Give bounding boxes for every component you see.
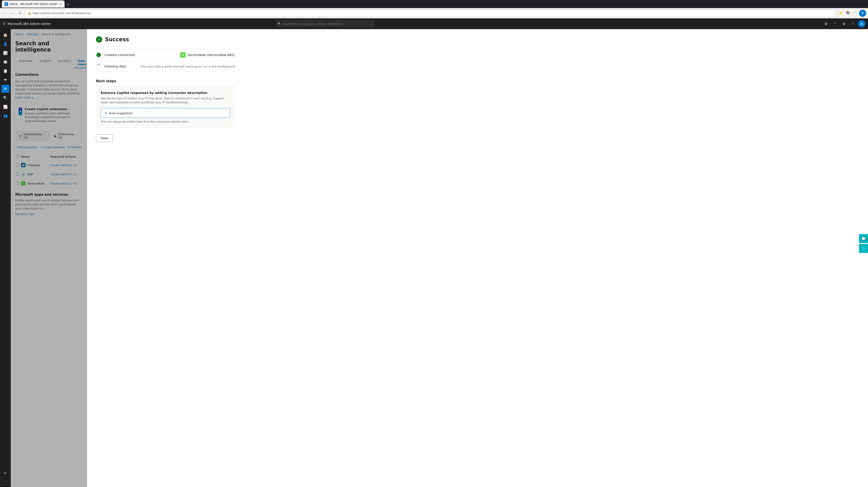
refresh-button[interactable]: ↻	[17, 10, 23, 17]
sidebar-item-more[interactable]: ⋯	[1, 477, 9, 485]
edge-profile-avatar[interactable]: E	[859, 10, 866, 17]
step-check-icon-1: ✓	[96, 53, 101, 57]
success-check-icon: ✓	[96, 36, 102, 42]
enhance-desc: Specify the type of content (e.g. IT hel…	[101, 96, 230, 104]
address-bar[interactable]: 🔒 https://admin.microsoft.com/#/datasour…	[25, 10, 836, 17]
success-panel: ✓ Success ✓ Created connection	[87, 29, 244, 149]
auto-suggestion-label: Auto suggestion	[109, 112, 133, 115]
success-title: Success	[105, 36, 129, 42]
sidebar-item-customize[interactable]: ✏	[1, 469, 9, 477]
auto-suggestion-icon: ✦	[104, 111, 107, 115]
sidebar-item-settings[interactable]: ⚙	[1, 85, 9, 93]
enhance-title: Enhance Copilot responses by adding Conn…	[101, 91, 230, 95]
next-steps-title: Next steps	[96, 79, 235, 83]
sidebar-item-users[interactable]: 👤	[1, 40, 9, 48]
topbar-actions: 🖥 📱 ⚙ ? A	[822, 20, 865, 27]
tab-title: Home - Microsoft 365 admin center	[10, 2, 58, 6]
mobile-icon[interactable]: 📱	[831, 20, 838, 27]
edit-note: This can always be edited later from the…	[101, 120, 230, 123]
sidebar-item-home[interactable]: 🏠	[1, 31, 9, 39]
step-icon-wrap-2	[96, 64, 101, 69]
forward-button[interactable]: →	[9, 10, 16, 17]
sidebar-item-reports[interactable]: 📋	[1, 67, 9, 75]
topbar: ⠿ Microsoft 365 Admin center 🖥 📱 ⚙ ? A	[0, 19, 868, 29]
servicenow-step-icon: S	[180, 52, 186, 58]
browser-tab[interactable]: M Home - Microsoft 365 admin center ×	[2, 0, 65, 8]
sidebar-item-analytics[interactable]: 📈	[1, 103, 9, 111]
browser-controls: ← → ↻ 🔒 https://admin.microsoft.com/#/da…	[0, 8, 868, 19]
app-name: Microsoft 365 Admin center	[8, 22, 51, 26]
enhance-card: Enhance Copilot responses by adding Conn…	[96, 86, 235, 128]
lock-icon: 🔒	[28, 11, 31, 15]
float-feedback-button[interactable]: 🗨	[859, 244, 868, 253]
step-label-2: Indexing data	[104, 65, 126, 68]
steps-list: ✓ Created connection S ServiceNow (Servi…	[96, 49, 235, 72]
monitor-icon[interactable]: 🖥	[822, 20, 830, 27]
favorites-button[interactable]: ⭐	[838, 10, 844, 16]
address-text: https://admin.microsoft.com/#/datasource…	[32, 12, 91, 15]
sidebar-item-health[interactable]: ❤	[1, 76, 9, 84]
auto-suggestion-box[interactable]: ✦ Auto suggestion	[101, 108, 230, 118]
step-note-2: This may take a while and will continue …	[140, 65, 235, 68]
gear-icon[interactable]: ⚙	[840, 20, 847, 27]
tab-favicon: M	[4, 2, 8, 6]
step-row-indexing: Indexing data This may take a while and …	[96, 61, 235, 72]
sidebar-item-people[interactable]: 👥	[1, 112, 9, 120]
browser-action-buttons: ⭐ 📚 ⋯ E	[838, 10, 866, 17]
user-avatar[interactable]: A	[858, 20, 865, 27]
topbar-search-wrapper	[276, 20, 375, 27]
app-shell: ⠿ Microsoft 365 Admin center 🖥 📱 ⚙ ? A 🏠…	[0, 19, 868, 487]
floating-buttons: 💬 🗨	[859, 234, 868, 253]
done-section: Done	[96, 134, 235, 142]
content-area: Home › Settings › Search & intelligence …	[11, 29, 868, 487]
float-chat-button[interactable]: 💬	[859, 234, 868, 243]
help-icon[interactable]: ?	[849, 20, 856, 27]
main-layout: 🏠 👤 📊 🔲 📋 ❤ ⚙ 🔍 📈 👥 ✏ ⋯ Home ›	[0, 29, 868, 487]
sidebar-item-activity[interactable]: 📊	[1, 49, 9, 57]
step-icon-wrap-1: ✓	[96, 53, 101, 57]
success-header: ✓ Success	[96, 36, 235, 42]
step-spinner-icon	[96, 64, 101, 69]
back-button[interactable]: ←	[2, 10, 8, 17]
step-value-1: S ServiceNow (ServiceNow KB1)	[180, 52, 235, 58]
success-overlay-panel: ✓ Success ✓ Created connection	[87, 29, 868, 487]
app-logo: ⠿ Microsoft 365 Admin center	[3, 22, 51, 26]
topbar-search-input[interactable]	[276, 20, 375, 27]
new-tab-button[interactable]: +	[66, 2, 70, 6]
tab-close-button[interactable]: ×	[59, 2, 62, 6]
browser-chrome: M Home - Microsoft 365 admin center × +	[0, 0, 868, 8]
done-button[interactable]: Done	[96, 134, 113, 142]
settings-button[interactable]: ⋯	[852, 10, 858, 16]
step-label-1: Created connection	[104, 53, 135, 57]
search-wrapper	[276, 20, 375, 27]
sidebar: 🏠 👤 📊 🔲 📋 ❤ ⚙ 🔍 📈 👥 ✏ ⋯	[0, 29, 11, 487]
collections-button[interactable]: 📚	[845, 10, 851, 16]
step-row-created-connection: ✓ Created connection S ServiceNow (Servi…	[96, 49, 235, 61]
sidebar-bottom: ✏ ⋯	[1, 469, 9, 485]
waffle-icon[interactable]: ⠿	[3, 22, 5, 26]
sidebar-item-apps[interactable]: 🔲	[1, 58, 9, 66]
sidebar-item-search[interactable]: 🔍	[1, 94, 9, 102]
